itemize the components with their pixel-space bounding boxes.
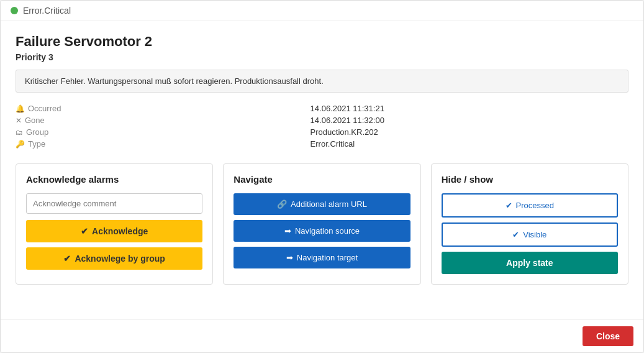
acknowledge-button[interactable]: ✔ Acknowledge <box>26 220 202 242</box>
meta-value-occurred: 14.06.2021 11:31:21 <box>311 104 628 113</box>
footer: Close <box>1 319 643 352</box>
navigation-target-label: Navigation target <box>297 253 358 262</box>
status-dot-green <box>11 7 18 14</box>
visible-button-label: Visible <box>523 230 546 239</box>
checkmark-icon: ✔ <box>81 226 88 236</box>
top-bar-label: Error.Critical <box>23 6 71 16</box>
acknowledge-group-button-label: Acknowlege by group <box>75 254 165 264</box>
link-icon: 🔗 <box>277 199 287 209</box>
description-box: Kritischer Fehler. Wartungspersonal muß … <box>16 70 628 93</box>
acknowledge-comment-input[interactable] <box>26 193 202 214</box>
meta-label-gone: Gone <box>25 116 45 125</box>
meta-key-occurred: 🔔 Occurred <box>16 104 306 113</box>
meta-label-occurred: Occurred <box>28 104 61 113</box>
acknowledge-card: Acknowledge alarms ✔ Acknowledge ✔ Ackno… <box>16 163 213 285</box>
navigate-card-title: Navigate <box>234 174 410 185</box>
visible-button[interactable]: ✔ Visible <box>442 222 618 247</box>
navigation-target-button[interactable]: ➡ Navigation target <box>234 247 410 268</box>
meta-label-group: Group <box>26 127 48 137</box>
meta-key-gone: ✕ Gone <box>16 116 306 125</box>
hide-show-card: Hide / show ✔ Processed ✔ Visible Apply … <box>431 163 628 285</box>
close-button[interactable]: Close <box>583 326 633 346</box>
processed-button[interactable]: ✔ Processed <box>442 193 618 218</box>
bell-icon: 🔔 <box>16 104 25 113</box>
navigation-source-label: Navigation source <box>295 226 360 236</box>
navigation-source-button[interactable]: ➡ Navigation source <box>234 220 410 242</box>
acknowledge-button-label: Acknowledge <box>92 226 148 236</box>
additional-alarm-url-label: Additional alarm URL <box>291 199 367 209</box>
close-button-label: Close <box>596 331 620 341</box>
priority-label: Priority 3 <box>16 52 628 62</box>
hide-show-card-title: Hide / show <box>442 174 618 185</box>
cards-row: Acknowledge alarms ✔ Acknowledge ✔ Ackno… <box>16 163 628 285</box>
meta-value-group: Production.KR.202 <box>311 127 628 137</box>
visible-check-icon: ✔ <box>512 230 519 239</box>
key-icon: 🔑 <box>16 140 25 149</box>
page-title: Failure Servomotor 2 <box>16 34 628 50</box>
processed-check-icon: ✔ <box>506 201 512 210</box>
checkmark-group-icon: ✔ <box>63 254 71 264</box>
modal-container: Error.Critical Failure Servomotor 2 Prio… <box>0 0 644 353</box>
arrow-target-icon: ➡ <box>286 253 293 262</box>
arrow-source-icon: ➡ <box>284 226 291 236</box>
cross-icon: ✕ <box>16 116 22 125</box>
main-content: Failure Servomotor 2 Priority 3 Kritisch… <box>1 21 643 319</box>
top-bar: Error.Critical <box>1 1 643 21</box>
meta-value-type: Error.Critical <box>311 139 628 149</box>
additional-alarm-url-button[interactable]: 🔗 Additional alarm URL <box>234 193 410 215</box>
acknowledge-group-button[interactable]: ✔ Acknowlege by group <box>26 247 202 270</box>
meta-key-group: 🗂 Group <box>16 127 306 137</box>
meta-value-gone: 14.06.2021 11:32:00 <box>311 116 628 125</box>
meta-grid: 🔔 Occurred 14.06.2021 11:31:21 ✕ Gone 14… <box>16 104 628 149</box>
navigate-card: Navigate 🔗 Additional alarm URL ➡ Naviga… <box>223 163 420 285</box>
processed-button-label: Processed <box>516 201 554 210</box>
meta-key-type: 🔑 Type <box>16 139 306 149</box>
folder-icon: 🗂 <box>16 128 23 137</box>
apply-state-button[interactable]: Apply state <box>442 252 618 274</box>
acknowledge-card-title: Acknowledge alarms <box>26 174 202 185</box>
apply-state-label: Apply state <box>506 258 553 268</box>
meta-label-type: Type <box>28 139 45 149</box>
